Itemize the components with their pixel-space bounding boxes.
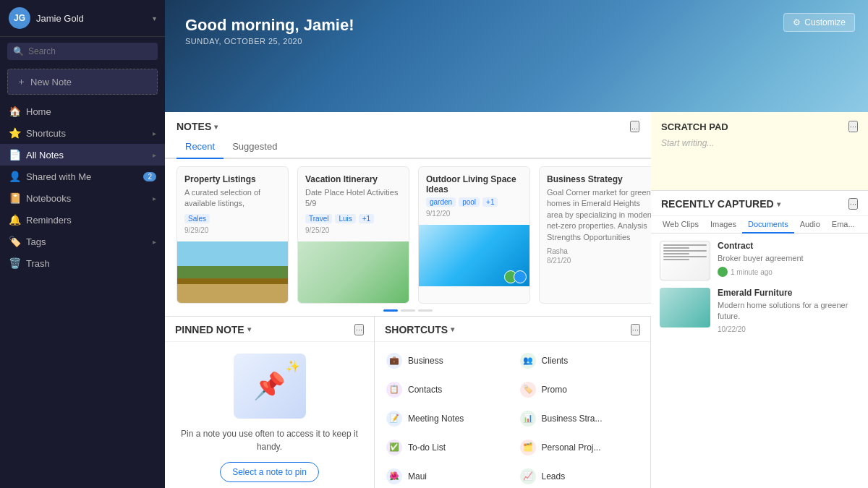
shared-icon: 👤 (9, 171, 20, 182)
item-meta: 10/22/20 (718, 325, 859, 333)
shortcut-item[interactable]: 🗂️ Personal Proj... (514, 435, 645, 461)
chevron-down-icon: ▾ (451, 325, 454, 333)
tab-suggested[interactable]: Suggested (224, 137, 286, 159)
tab-web-clips[interactable]: Web Clips (657, 216, 705, 234)
search-bar[interactable]: 🔍 (7, 43, 158, 60)
tab-documents[interactable]: Documents (742, 216, 794, 234)
scratch-more-button[interactable]: ··· (848, 121, 858, 132)
list-item[interactable]: Emerald Furniture Modern home solutions … (660, 288, 859, 333)
shortcut-item[interactable]: 🏷️ Promo (514, 377, 645, 403)
shortcut-item[interactable]: 💼 Business (380, 348, 511, 374)
note-title: Business Strategy (547, 174, 651, 184)
recently-captured-title: RECENTLY CAPTURED ▾ (661, 198, 780, 210)
shortcut-label: Contacts (408, 385, 442, 395)
pinned-note-section: PINNED NOTE ▾ ··· 📌 ✨ Pin a note you use… (165, 317, 375, 488)
todo-icon: ✅ (386, 440, 402, 455)
avatar (718, 267, 728, 277)
note-card[interactable]: Business Strategy Goal Corner market for… (539, 166, 651, 304)
pin-description: Pin a note you use often to access it to… (176, 427, 362, 453)
scratch-header: SCRATCH PAD ··· (661, 121, 858, 132)
leads-icon: 📈 (520, 468, 536, 484)
item-info: Emerald Furniture Modern home solutions … (718, 288, 859, 333)
note-title: Property Listings (184, 174, 281, 184)
shortcut-label: Business (408, 356, 443, 366)
shortcuts-more-button[interactable]: ··· (631, 324, 640, 335)
shortcut-label: Personal Proj... (542, 442, 601, 453)
shortcut-label: Business Stra... (542, 414, 603, 424)
note-image (177, 241, 288, 303)
shortcut-item[interactable]: ✅ To-do List (380, 435, 511, 461)
tab-email[interactable]: Ema... (826, 216, 861, 234)
notes-tabs: Recent Suggested (165, 137, 651, 159)
sidebar-item-notebooks[interactable]: 📔 Notebooks ▸ (0, 187, 165, 209)
pinned-more-button[interactable]: ··· (354, 324, 364, 335)
recently-captured-content: Contract Broker buyer agreement 1 minute… (651, 234, 868, 488)
note-card[interactable]: Property Listings A curated selection of… (176, 166, 289, 304)
sidebar: JG Jamie Gold ▾ 🔍 ＋ New Note 🏠 Home ⭐ Sh… (0, 0, 165, 488)
image-thumbnail (660, 288, 710, 328)
sidebar-item-shortcuts[interactable]: ⭐ Shortcuts ▸ (0, 122, 165, 144)
chevron-down-icon: ▾ (247, 325, 251, 333)
sidebar-item-trash[interactable]: 🗑️ Trash (0, 252, 165, 274)
notes-scroll-area[interactable]: Property Listings A curated selection of… (165, 159, 651, 307)
pinned-note-title: PINNED NOTE ▾ (175, 324, 251, 335)
note-text: Date Place Hotel Activities 5/9 (305, 187, 401, 210)
shortcut-label: Leads (542, 471, 566, 481)
item-title: Emerald Furniture (718, 288, 859, 298)
note-title: Vacation Itinerary (305, 174, 401, 184)
tab-images[interactable]: Images (705, 216, 742, 234)
sidebar-item-all-notes[interactable]: 📄 All Notes ▸ (0, 144, 165, 166)
select-note-to-pin-button[interactable]: Select a note to pin (220, 462, 319, 482)
expand-icon: ▸ (153, 194, 156, 202)
note-card[interactable]: Outdoor Living Space Ideas gardenpool+1 … (418, 166, 530, 304)
recently-captured-tabs: Web Clips Images Documents Audio Ema... (651, 216, 868, 234)
recently-captured-header: RECENTLY CAPTURED ▾ ··· (651, 191, 868, 216)
item-meta: 1 minute ago (718, 267, 859, 277)
item-info: Contract Broker buyer agreement 1 minute… (718, 241, 859, 277)
plus-icon: ＋ (17, 75, 26, 88)
hero-banner: Good morning, Jamie! SUNDAY, OCTOBER 25,… (165, 0, 868, 112)
left-panel: NOTES ▾ ... Recent Suggested Property Li… (165, 112, 651, 488)
note-card[interactable]: Vacation Itinerary Date Place Hotel Acti… (297, 166, 409, 304)
recently-captured-more-button[interactable]: ··· (848, 198, 858, 210)
pinned-note-header: PINNED NOTE ▾ ··· (165, 317, 374, 342)
sidebar-item-tags[interactable]: 🏷️ Tags ▸ (0, 231, 165, 252)
new-note-button[interactable]: ＋ New Note (7, 69, 158, 95)
date-label: SUNDAY, OCTOBER 25, 2020 (185, 37, 354, 46)
pin-illustration: 📌 ✨ (234, 354, 306, 419)
username-label: Jamie Gold (36, 13, 84, 24)
shortcuts-header: SHORTCUTS ▾ ··· (375, 317, 650, 342)
notes-cards-container: Property Listings A curated selection of… (176, 166, 651, 304)
shortcut-item[interactable]: 👥 Clients (514, 348, 645, 374)
shortcut-item[interactable]: 📝 Meeting Notes (380, 406, 511, 432)
chevron-down-icon: ▾ (214, 123, 218, 131)
shortcut-label: Meeting Notes (408, 414, 464, 424)
tab-audio[interactable]: Audio (794, 216, 826, 234)
list-item[interactable]: Contract Broker buyer agreement 1 minute… (660, 241, 859, 281)
search-input[interactable] (28, 46, 152, 56)
search-icon: 🔍 (13, 46, 24, 56)
home-icon: 🏠 (9, 106, 20, 117)
sidebar-item-home[interactable]: 🏠 Home (0, 100, 165, 122)
shortcut-item[interactable]: 📊 Business Stra... (514, 406, 645, 432)
shortcut-item[interactable]: 🌺 Maui (380, 463, 511, 488)
shortcut-item[interactable]: 📈 Leads (514, 463, 645, 488)
settings-icon: ⚙ (793, 17, 801, 27)
reminders-icon: 🔔 (9, 214, 20, 226)
notes-section-header: NOTES ▾ ... (165, 112, 651, 137)
note-date: 9/29/20 (184, 226, 281, 234)
sidebar-header[interactable]: JG Jamie Gold ▾ (0, 0, 165, 37)
sidebar-item-reminders[interactable]: 🔔 Reminders (0, 209, 165, 231)
notes-more-button[interactable]: ... (630, 121, 639, 132)
notebooks-icon: 📔 (9, 192, 20, 204)
scratch-body[interactable]: Start writing... (661, 138, 858, 181)
shortcut-label: Clients (542, 356, 569, 366)
sidebar-item-shared[interactable]: 👤 Shared with Me 2 (0, 166, 165, 187)
shared-badge: 2 (143, 172, 156, 181)
business-strategy-icon: 📊 (520, 411, 536, 427)
shortcut-item[interactable]: 📋 Contacts (380, 377, 511, 403)
tab-recent[interactable]: Recent (176, 137, 224, 159)
hero-text: Good morning, Jamie! SUNDAY, OCTOBER 25,… (185, 16, 354, 46)
customize-button[interactable]: ⚙ Customize (783, 13, 855, 32)
maui-icon: 🌺 (386, 468, 402, 484)
